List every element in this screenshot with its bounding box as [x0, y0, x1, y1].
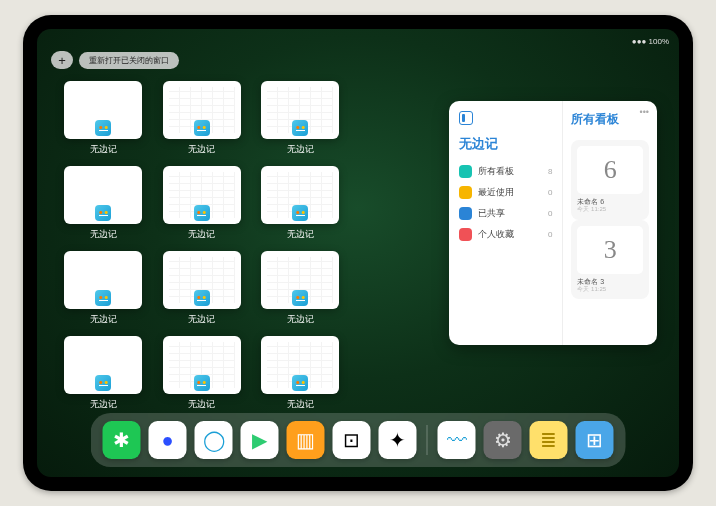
window-label: 无边记: [90, 313, 117, 326]
freeform-app-icon: [95, 375, 111, 391]
reopen-closed-button[interactable]: 重新打开已关闭的窗口: [79, 52, 179, 69]
window-thumbnail: [163, 166, 241, 224]
dock-settings-icon[interactable]: ⚙: [484, 421, 522, 459]
board-card[interactable]: 6未命名 6今天 11:25: [571, 140, 649, 220]
window-card[interactable]: 无边记: [258, 251, 343, 326]
window-thumbnail: [261, 251, 339, 309]
board-preview: 6: [577, 146, 643, 194]
window-thumbnail: [261, 336, 339, 394]
dock-browser2-icon[interactable]: ◯: [195, 421, 233, 459]
nav-icon: [459, 228, 472, 241]
dock: ✱●◯▶▥⊡✦〰⚙≣⊞: [91, 413, 626, 467]
panel-section-title: 所有看板: [571, 111, 649, 128]
dock-apps-icon[interactable]: ⊞: [576, 421, 614, 459]
window-card[interactable]: 无边记: [258, 166, 343, 241]
dock-separator: [427, 425, 428, 455]
nav-icon: [459, 186, 472, 199]
panel-content: 所有看板 6未命名 6今天 11:253未命名 3今天 11:25: [563, 101, 657, 345]
nav-count: 0: [548, 188, 552, 197]
nav-count: 0: [548, 209, 552, 218]
board-meta: 未命名 6今天 11:25: [577, 198, 643, 214]
window-card[interactable]: 无边记: [160, 166, 245, 241]
freeform-app-icon: [292, 120, 308, 136]
panel-title: 无边记: [459, 135, 552, 153]
window-thumbnail: [163, 251, 241, 309]
window-grid: 无边记无边记无边记无边记无边记无边记无边记无边记无边记无边记无边记无边记: [61, 81, 441, 411]
nav-count: 0: [548, 230, 552, 239]
dock-notes-icon[interactable]: ≣: [530, 421, 568, 459]
freeform-app-icon: [292, 375, 308, 391]
add-window-button[interactable]: +: [51, 51, 73, 69]
status-bar: ●●● 100%: [37, 33, 679, 49]
window-card[interactable]: 无边记: [61, 166, 146, 241]
window-card[interactable]: 无边记: [61, 336, 146, 411]
nav-icon: [459, 207, 472, 220]
dock-wechat-icon[interactable]: ✱: [103, 421, 141, 459]
screen: ●●● 100% + 重新打开已关闭的窗口 无边记无边记无边记无边记无边记无边记…: [37, 29, 679, 477]
window-card[interactable]: 无边记: [61, 251, 146, 326]
window-card[interactable]: 无边记: [160, 336, 245, 411]
window-thumbnail: [261, 166, 339, 224]
board-meta: 未命名 3今天 11:25: [577, 278, 643, 294]
window-label: 无边记: [287, 313, 314, 326]
top-controls: + 重新打开已关闭的窗口: [51, 51, 179, 69]
panel-sidebar: 无边记 所有看板8最近使用0已共享0个人收藏0: [449, 101, 563, 345]
freeform-app-icon: [194, 205, 210, 221]
dock-browser1-icon[interactable]: ●: [149, 421, 187, 459]
nav-item[interactable]: 个人收藏0: [459, 224, 552, 245]
nav-label: 所有看板: [478, 165, 514, 178]
window-card[interactable]: 无边记: [258, 81, 343, 156]
nav-item[interactable]: 最近使用0: [459, 182, 552, 203]
freeform-app-icon: [95, 290, 111, 306]
more-icon[interactable]: •••: [640, 107, 649, 117]
nav-label: 最近使用: [478, 186, 514, 199]
window-card[interactable]: 无边记: [61, 81, 146, 156]
window-thumbnail: [261, 81, 339, 139]
freeform-app-icon: [95, 205, 111, 221]
nav-item[interactable]: 已共享0: [459, 203, 552, 224]
window-label: 无边记: [90, 228, 117, 241]
window-label: 无边记: [287, 398, 314, 411]
board-preview: 3: [577, 226, 643, 274]
freeform-app-icon: [194, 290, 210, 306]
nav-label: 个人收藏: [478, 228, 514, 241]
window-thumbnail: [64, 166, 142, 224]
freeform-app-icon: [292, 290, 308, 306]
window-thumbnail: [163, 81, 241, 139]
window-thumbnail: [64, 81, 142, 139]
window-label: 无边记: [188, 313, 215, 326]
window-label: 无边记: [287, 228, 314, 241]
freeform-app-icon: [292, 205, 308, 221]
freeform-panel[interactable]: ••• 无边记 所有看板8最近使用0已共享0个人收藏0 所有看板 6未命名 6今…: [449, 101, 657, 345]
dock-play-icon[interactable]: ▶: [241, 421, 279, 459]
window-thumbnail: [64, 251, 142, 309]
freeform-app-icon: [194, 120, 210, 136]
nav-count: 8: [548, 167, 552, 176]
window-label: 无边记: [188, 143, 215, 156]
window-label: 无边记: [287, 143, 314, 156]
dock-graph-icon[interactable]: ✦: [379, 421, 417, 459]
window-card[interactable]: 无边记: [258, 336, 343, 411]
window-card[interactable]: 无边记: [160, 81, 245, 156]
dock-books-icon[interactable]: ▥: [287, 421, 325, 459]
status-right: ●●● 100%: [632, 37, 669, 46]
nav-icon: [459, 165, 472, 178]
freeform-app-icon: [95, 120, 111, 136]
window-thumbnail: [64, 336, 142, 394]
dock-freeform-icon[interactable]: 〰: [438, 421, 476, 459]
board-card[interactable]: 3未命名 3今天 11:25: [571, 220, 649, 300]
window-label: 无边记: [90, 143, 117, 156]
dock-dice-icon[interactable]: ⊡: [333, 421, 371, 459]
freeform-app-icon: [194, 375, 210, 391]
window-label: 无边记: [188, 398, 215, 411]
window-label: 无边记: [188, 228, 215, 241]
window-thumbnail: [163, 336, 241, 394]
freeform-icon: [459, 111, 473, 125]
nav-label: 已共享: [478, 207, 505, 220]
window-card[interactable]: 无边记: [160, 251, 245, 326]
ipad-device: ●●● 100% + 重新打开已关闭的窗口 无边记无边记无边记无边记无边记无边记…: [23, 15, 693, 491]
window-label: 无边记: [90, 398, 117, 411]
nav-item[interactable]: 所有看板8: [459, 161, 552, 182]
